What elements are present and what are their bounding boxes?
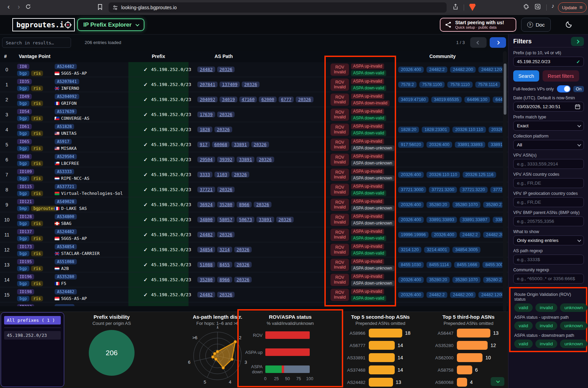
prefix-filter-input[interactable]: 45.198.252.0/23 ✓ <box>513 57 584 67</box>
status-pill-unknown[interactable]: unknown <box>560 340 587 348</box>
as-path-hop[interactable]: 20326 <box>242 82 260 87</box>
status-pill-valid[interactable]: valid <box>514 303 533 312</box>
as-path-hop[interactable]: 35280 <box>217 202 235 207</box>
status-pill-valid[interactable]: valid <box>514 340 533 348</box>
as-path-hop[interactable]: 60068 <box>212 142 230 147</box>
as-path-hop[interactable]: 29504 <box>197 157 215 162</box>
vp-asn-badge[interactable]: AS1828 <box>55 124 74 129</box>
as-path-hop[interactable]: 20326 <box>256 157 274 162</box>
vp-asn-badge[interactable]: AS3333 <box>55 169 74 174</box>
as-path-hop[interactable]: 47160 <box>239 97 257 102</box>
vp-asn-badge[interactable]: AS24482 <box>55 289 77 294</box>
status-pill-invalid[interactable]: invalid <box>535 321 557 330</box>
as-path-hop[interactable]: 917 <box>197 142 210 147</box>
reset-filters-button[interactable]: Reset filters <box>543 70 579 82</box>
vp-asn-badge[interactable]: AS207841 <box>55 79 79 84</box>
as-path-hop[interactable]: 50673 <box>237 217 254 222</box>
music-note-icon[interactable]: ♪ <box>548 3 557 10</box>
as-path-hop[interactable]: 8455 <box>217 262 232 268</box>
date-input[interactable]: 03/03/2026, 12:30:51 <box>513 102 584 112</box>
as-path-hop[interactable]: 20326 <box>232 172 249 177</box>
as-path-hop[interactable]: 17639 <box>197 112 215 117</box>
as-path-hop[interactable]: 1828 <box>197 127 212 132</box>
as-path-hop[interactable]: 20326 <box>254 202 271 207</box>
as-path-hop[interactable]: 39392 <box>217 157 235 162</box>
as-path-hop[interactable]: 24482 <box>197 292 215 298</box>
next-page-button[interactable] <box>490 37 506 48</box>
expand-charts-button[interactable] <box>491 377 504 386</box>
as-path-hop[interactable]: 37721 <box>197 187 215 192</box>
vp-asn-badge[interactable]: AS204092 <box>55 94 79 99</box>
bookmark-icon[interactable] <box>98 4 107 10</box>
as-path-hop[interactable]: 8966 <box>237 202 252 207</box>
status-pill-invalid[interactable]: invalid <box>535 303 557 312</box>
match-type-select[interactable]: Exact <box>513 121 584 131</box>
start-peering-button[interactable]: Start peering with us! Quick setup · pub… <box>440 18 516 32</box>
aspath-regexp-input[interactable] <box>513 255 584 264</box>
status-pill-unknown[interactable]: unknown <box>560 321 587 330</box>
status-pill-valid[interactable]: valid <box>514 321 533 330</box>
vp-asn-badge[interactable]: AS917 <box>55 139 72 144</box>
search-button[interactable]: Search <box>513 70 539 82</box>
as-path-hop[interactable]: 58057 <box>217 217 235 222</box>
collapse-filters-button[interactable] <box>571 37 584 46</box>
as-path-hop[interactable]: 51088 <box>197 262 215 268</box>
vp-asn-badge[interactable] <box>55 304 74 306</box>
reading-list-icon[interactable] <box>535 4 544 10</box>
vp-asn-badge[interactable]: AS29504 <box>55 154 77 159</box>
search-input[interactable] <box>2 38 71 48</box>
as-path-hop[interactable]: 6777 <box>279 97 294 102</box>
as-path-hop[interactable]: 3214 <box>217 247 232 253</box>
as-path-hop[interactable]: 20326 <box>296 97 313 102</box>
as-path-hop[interactable]: 1103 <box>214 172 229 177</box>
extensions-icon[interactable] <box>523 4 532 10</box>
as-path-hop[interactable]: 20326 <box>217 187 235 192</box>
as-path-hop[interactable]: 20326 <box>276 217 294 222</box>
vp-asn-badge[interactable]: AS34800 <box>55 214 77 219</box>
as-path-hop[interactable]: 33891 <box>237 157 254 162</box>
as-path-hop[interactable]: 20326 <box>217 112 235 117</box>
as-path-hop[interactable]: 3333 <box>197 172 212 177</box>
vp-asn-badge[interactable]: AS24482 <box>55 64 77 69</box>
as-path-hop[interactable]: 34800 <box>197 217 215 222</box>
as-path-hop[interactable]: 24482 <box>197 232 215 238</box>
as-path-hop[interactable]: 207841 <box>197 82 218 87</box>
as-path-hop[interactable]: 204092 <box>197 97 218 102</box>
vp-asn-badge[interactable]: AS49028 <box>55 199 77 204</box>
as-path-hop[interactable]: 20326 <box>217 292 235 298</box>
as-path-hop[interactable]: 33891 <box>256 217 274 222</box>
logo[interactable]: bgproutes.i <box>12 18 75 31</box>
dark-mode-toggle[interactable] <box>565 20 573 28</box>
tool-selector[interactable]: IP Prefix Explorer <box>77 18 144 31</box>
as-path-hop[interactable]: 36924 <box>197 202 215 207</box>
community-regexp-input[interactable] <box>513 274 584 284</box>
what-to-show-select[interactable]: Only existing entries <box>513 235 584 245</box>
status-pill-unknown[interactable]: unknown <box>560 303 587 312</box>
full-feeders-toggle[interactable] <box>557 85 571 92</box>
as-path-hop[interactable]: 62000 <box>259 97 277 102</box>
doc-button[interactable]: ? Doc <box>521 18 551 32</box>
reload-icon[interactable] <box>25 4 34 10</box>
platform-select[interactable]: All <box>513 140 584 150</box>
scrollbar-thumb[interactable] <box>504 63 506 115</box>
as-path-hop[interactable]: 20326 <box>234 277 252 283</box>
vp-asn-badge[interactable]: AS51088 <box>55 259 77 264</box>
as-path-hop[interactable]: 33891 <box>232 142 249 147</box>
as-path-hop[interactable]: 34019 <box>220 97 237 102</box>
vp-asn-badge[interactable]: AS17639 <box>55 109 77 114</box>
back-icon[interactable]: ‹ <box>4 3 13 11</box>
as-path-hop[interactable]: 35280 <box>197 277 215 283</box>
share-icon[interactable] <box>453 4 462 10</box>
site-settings-icon[interactable] <box>113 5 118 10</box>
as-path-hop[interactable]: 34854 <box>197 247 215 253</box>
as-path-hop[interactable]: 20326 <box>251 142 269 147</box>
as-path-hop[interactable]: 20326 <box>217 232 235 238</box>
update-button[interactable]: Update ≡ <box>558 2 587 13</box>
vp-asn-badge[interactable]: AS34854 <box>55 244 77 249</box>
brave-shield-icon[interactable] <box>469 4 476 11</box>
vp-asn-badge[interactable]: AS24482 <box>55 229 77 234</box>
as-path-hop[interactable]: 8966 <box>217 277 232 283</box>
status-pill-invalid[interactable]: invalid <box>535 340 557 348</box>
url-bar[interactable]: looking-glass.bgproutes.io <box>109 2 447 13</box>
as-path-hop[interactable]: 20326 <box>214 127 232 132</box>
